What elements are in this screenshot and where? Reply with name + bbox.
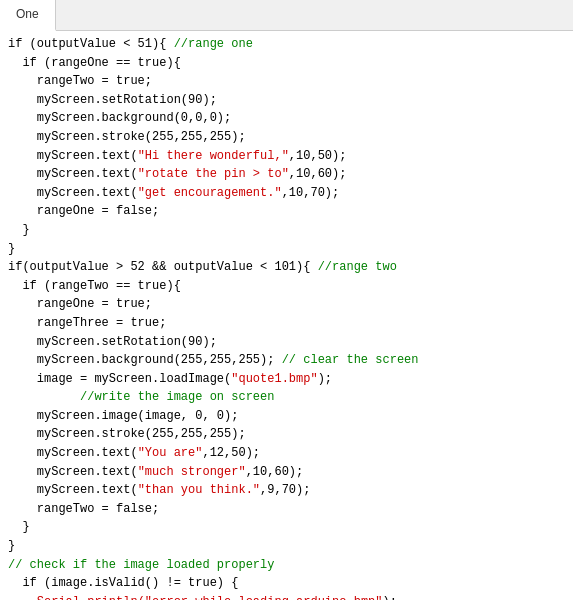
code-line: rangeOne = true; <box>8 295 565 314</box>
code-line: image = myScreen.loadImage("quote1.bmp")… <box>8 370 565 389</box>
code-line: rangeTwo = false; <box>8 500 565 519</box>
code-line: Serial.println("error while loading ardu… <box>8 593 565 600</box>
code-line: if (rangeOne == true){ <box>8 54 565 73</box>
code-line: myScreen.setRotation(90); <box>8 333 565 352</box>
code-line: rangeTwo = true; <box>8 72 565 91</box>
code-container: if (outputValue < 51){ //range one if (r… <box>0 31 573 600</box>
tab-bar: One <box>0 0 573 31</box>
code-line: if (outputValue < 51){ //range one <box>8 35 565 54</box>
code-line: //write the image on screen <box>8 388 565 407</box>
code-line: } <box>8 518 565 537</box>
code-line: myScreen.background(0,0,0); <box>8 109 565 128</box>
code-line: } <box>8 221 565 240</box>
code-line: if (rangeTwo == true){ <box>8 277 565 296</box>
tab-one-label: One <box>16 5 39 24</box>
code-line: if (image.isValid() != true) { <box>8 574 565 593</box>
code-line: // check if the image loaded properly <box>8 556 565 575</box>
code-line: myScreen.text("than you think.",9,70); <box>8 481 565 500</box>
code-line: myScreen.text("much stronger",10,60); <box>8 463 565 482</box>
code-line: rangeThree = true; <box>8 314 565 333</box>
code-line: } <box>8 537 565 556</box>
code-line: myScreen.stroke(255,255,255); <box>8 128 565 147</box>
code-line: } <box>8 240 565 259</box>
code-line: if(outputValue > 52 && outputValue < 101… <box>8 258 565 277</box>
code-line: myScreen.text("get encouragement.",10,70… <box>8 184 565 203</box>
code-line: rangeOne = false; <box>8 202 565 221</box>
code-line: myScreen.background(255,255,255); // cle… <box>8 351 565 370</box>
code-line: myScreen.setRotation(90); <box>8 91 565 110</box>
tab-one[interactable]: One <box>0 0 56 31</box>
code-line: myScreen.text("rotate the pin > to",10,6… <box>8 165 565 184</box>
code-line: myScreen.image(image, 0, 0); <box>8 407 565 426</box>
code-line: myScreen.text("Hi there wonderful,",10,5… <box>8 147 565 166</box>
code-line: myScreen.stroke(255,255,255); <box>8 425 565 444</box>
code-line: myScreen.text("You are",12,50); <box>8 444 565 463</box>
